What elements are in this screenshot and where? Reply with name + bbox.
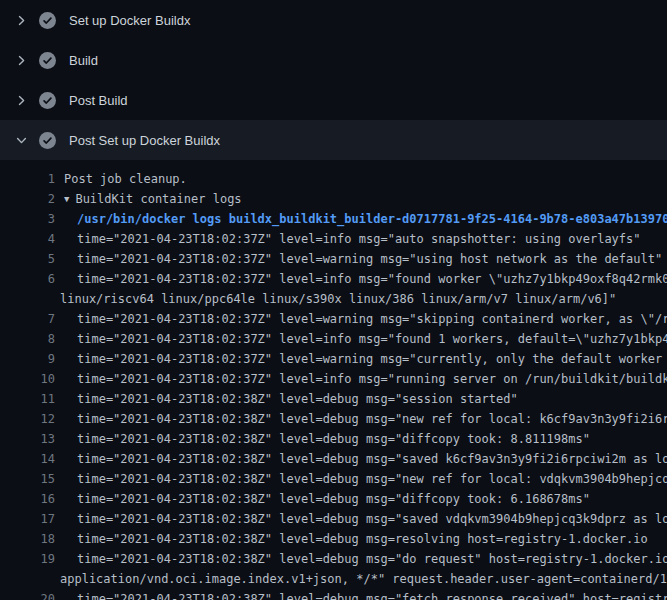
log-line: 5time="2021-04-23T18:02:37Z" level=warni… <box>0 249 667 269</box>
success-check-circle-icon <box>39 92 56 109</box>
log-text: time="2021-04-23T18:02:37Z" level=info m… <box>55 229 641 249</box>
step-header-post-set-up-docker-buildx[interactable]: Post Set up Docker Buildx <box>0 120 667 160</box>
step-header-post-build[interactable]: Post Build <box>0 80 667 120</box>
chevron-right-icon <box>14 13 28 27</box>
log-line: 15time="2021-04-23T18:02:38Z" level=debu… <box>0 469 667 489</box>
log-text: time="2021-04-23T18:02:37Z" level=warnin… <box>55 349 667 369</box>
log-text: time="2021-04-23T18:02:38Z" level=debug … <box>55 589 667 600</box>
line-number[interactable]: 20 <box>0 589 55 600</box>
log-output: 1Post job cleanup.2▼BuildKit container l… <box>0 160 667 600</box>
line-number[interactable]: 5 <box>0 249 55 269</box>
log-text: time="2021-04-23T18:02:38Z" level=debug … <box>55 469 667 489</box>
log-line: 1Post job cleanup. <box>0 169 667 189</box>
log-line-command: 3/usr/bin/docker logs buildx_buildkit_bu… <box>0 209 667 229</box>
log-line: 20time="2021-04-23T18:02:38Z" level=debu… <box>0 589 667 600</box>
log-line: application/vnd.oci.image.index.v1+json,… <box>0 569 667 589</box>
line-number[interactable]: 19 <box>0 549 55 569</box>
line-number[interactable]: 13 <box>0 429 55 449</box>
line-number[interactable]: 11 <box>0 389 55 409</box>
log-line: 9time="2021-04-23T18:02:37Z" level=warni… <box>0 349 667 369</box>
line-number[interactable]: 10 <box>0 369 55 389</box>
line-number <box>0 569 55 589</box>
log-text: time="2021-04-23T18:02:38Z" level=debug … <box>55 529 648 549</box>
log-text: time="2021-04-23T18:02:38Z" level=debug … <box>55 489 590 509</box>
log-text: application/vnd.oci.image.index.v1+json,… <box>55 569 667 589</box>
chevron-down-icon <box>14 133 28 147</box>
log-text: time="2021-04-23T18:02:37Z" level=info m… <box>55 369 667 389</box>
line-number <box>0 289 55 309</box>
line-number[interactable]: 7 <box>0 309 55 329</box>
step-list: Set up Docker BuildxBuildPost BuildPost … <box>0 0 667 160</box>
log-text: time="2021-04-23T18:02:38Z" level=debug … <box>55 409 667 429</box>
log-text: time="2021-04-23T18:02:38Z" level=debug … <box>55 509 667 529</box>
step-title: Build <box>69 53 98 68</box>
success-check-circle-icon <box>39 52 56 69</box>
step-header-set-up-docker-buildx[interactable]: Set up Docker Buildx <box>0 0 667 40</box>
log-text: time="2021-04-23T18:02:37Z" level=warnin… <box>55 309 667 329</box>
log-line: 8time="2021-04-23T18:02:37Z" level=info … <box>0 329 667 349</box>
log-line: 19time="2021-04-23T18:02:38Z" level=debu… <box>0 549 667 569</box>
log-line: 17time="2021-04-23T18:02:38Z" level=debu… <box>0 509 667 529</box>
log-line: 12time="2021-04-23T18:02:38Z" level=debu… <box>0 409 667 429</box>
step-title: Post Build <box>69 93 128 108</box>
success-check-circle-icon <box>39 12 56 29</box>
log-text: time="2021-04-23T18:02:38Z" level=debug … <box>55 449 667 469</box>
line-number[interactable]: 18 <box>0 529 55 549</box>
step-header-build[interactable]: Build <box>0 40 667 80</box>
log-line: 13time="2021-04-23T18:02:38Z" level=debu… <box>0 429 667 449</box>
log-line: 2▼BuildKit container logs <box>0 189 667 209</box>
log-line: 6time="2021-04-23T18:02:37Z" level=info … <box>0 269 667 289</box>
line-number[interactable]: 8 <box>0 329 55 349</box>
log-text: ▼BuildKit container logs <box>55 189 242 209</box>
line-number[interactable]: 14 <box>0 449 55 469</box>
log-line: 18time="2021-04-23T18:02:38Z" level=debu… <box>0 529 667 549</box>
step-title: Post Set up Docker Buildx <box>69 133 220 148</box>
log-text: linux/riscv64 linux/ppc64le linux/s390x … <box>55 289 616 309</box>
line-number[interactable]: 4 <box>0 229 55 249</box>
line-number[interactable]: 1 <box>0 169 55 189</box>
log-line: 16time="2021-04-23T18:02:38Z" level=debu… <box>0 489 667 509</box>
log-text: Post job cleanup. <box>55 169 187 189</box>
line-number[interactable]: 16 <box>0 489 55 509</box>
log-line: 11time="2021-04-23T18:02:38Z" level=debu… <box>0 389 667 409</box>
success-check-circle-icon <box>39 132 56 149</box>
log-text: time="2021-04-23T18:02:38Z" level=debug … <box>55 429 590 449</box>
log-line: linux/riscv64 linux/ppc64le linux/s390x … <box>0 289 667 309</box>
line-number[interactable]: 12 <box>0 409 55 429</box>
chevron-right-icon <box>14 53 28 67</box>
actions-log-viewer: Set up Docker BuildxBuildPost BuildPost … <box>0 0 667 600</box>
log-line: 14time="2021-04-23T18:02:38Z" level=debu… <box>0 449 667 469</box>
line-number[interactable]: 15 <box>0 469 55 489</box>
log-text: time="2021-04-23T18:02:37Z" level=info m… <box>55 269 667 289</box>
step-title: Set up Docker Buildx <box>69 13 190 28</box>
log-command-text: /usr/bin/docker logs buildx_buildkit_bui… <box>55 209 667 229</box>
log-text: time="2021-04-23T18:02:37Z" level=info m… <box>55 329 667 349</box>
group-collapse-icon[interactable]: ▼ <box>64 189 69 209</box>
log-line: 10time="2021-04-23T18:02:37Z" level=info… <box>0 369 667 389</box>
chevron-right-icon <box>14 93 28 107</box>
log-line: 7time="2021-04-23T18:02:37Z" level=warni… <box>0 309 667 329</box>
line-number[interactable]: 3 <box>0 209 55 229</box>
line-number[interactable]: 2 <box>0 189 55 209</box>
log-text: time="2021-04-23T18:02:37Z" level=warnin… <box>55 249 662 269</box>
line-number[interactable]: 9 <box>0 349 55 369</box>
line-number[interactable]: 6 <box>0 269 55 289</box>
log-line: 4time="2021-04-23T18:02:37Z" level=info … <box>0 229 667 249</box>
log-text: time="2021-04-23T18:02:38Z" level=debug … <box>55 549 667 569</box>
line-number[interactable]: 17 <box>0 509 55 529</box>
log-text: time="2021-04-23T18:02:38Z" level=debug … <box>55 389 518 409</box>
